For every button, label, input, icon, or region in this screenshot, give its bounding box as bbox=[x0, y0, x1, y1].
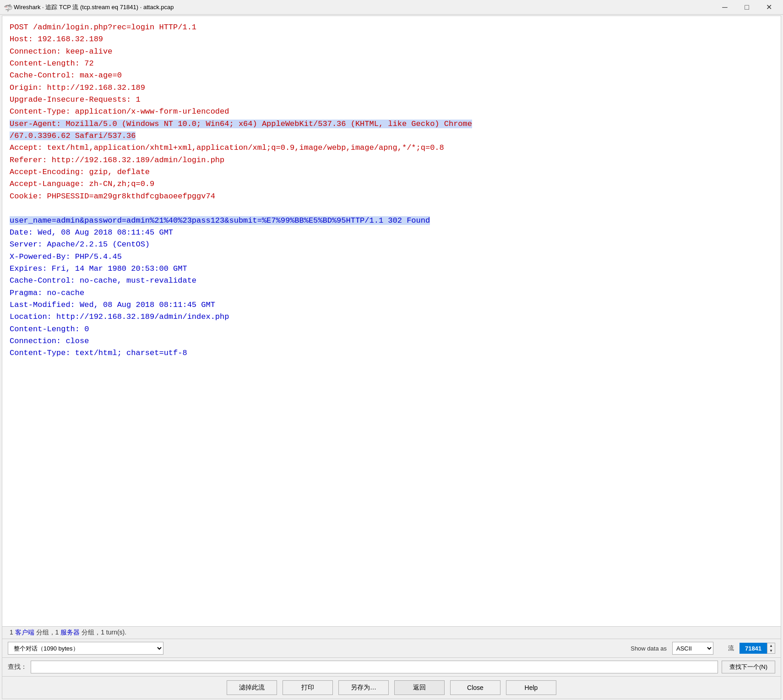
stream-line: Upgrade-Insecure-Requests: 1 bbox=[10, 95, 141, 104]
stream-line: Connection: keep-alive bbox=[10, 47, 112, 56]
stream-line: Content-Type: text/html; charset=utf-8 bbox=[10, 349, 187, 357]
stream-line: Pragma: no-cache bbox=[10, 289, 84, 297]
close-button[interactable]: ✕ bbox=[758, 0, 779, 15]
conversation-dropdown[interactable]: 整个对话（1090 bytes） bbox=[8, 642, 163, 655]
print-button[interactable]: 打印 bbox=[283, 680, 333, 695]
app-icon: 🦈 bbox=[4, 4, 11, 11]
title-bar-controls: ─ □ ✕ bbox=[714, 0, 779, 15]
maximize-button[interactable]: □ bbox=[736, 0, 757, 15]
stream-line: Accept: text/html,application/xhtml+xml,… bbox=[10, 143, 444, 152]
title-bar-left: 🦈 Wireshark · 追踪 TCP 流 (tcp.stream eq 71… bbox=[4, 3, 174, 11]
close-dialog-button[interactable]: Close bbox=[450, 680, 500, 695]
search-row: 查找： 查找下一个(N) bbox=[2, 657, 781, 676]
stream-line: X-Powered-By: PHP/5.4.45 bbox=[10, 252, 122, 261]
status-server: 服务器 bbox=[60, 629, 80, 636]
stream-spinner: ▲ ▼ bbox=[767, 643, 775, 654]
status-text-part1: 1 bbox=[10, 629, 15, 636]
stream-line: Host: 192.168.32.189 bbox=[10, 35, 103, 44]
search-label: 查找： bbox=[8, 663, 27, 671]
window-title: Wireshark · 追踪 TCP 流 (tcp.stream eq 7184… bbox=[14, 3, 174, 11]
conversation-dropdown-container: 整个对话（1090 bytes） bbox=[8, 642, 163, 655]
stream-line: Date: Wed, 08 Aug 2018 08:11:45 GMT bbox=[10, 228, 173, 237]
stream-line: Last-Modified: Wed, 08 Aug 2018 08:11:45… bbox=[10, 301, 215, 309]
stream-line: POST /admin/login.php?rec=login HTTP/1.1 bbox=[10, 23, 196, 32]
stream-line: Cache-Control: no-cache, must-revalidate bbox=[10, 276, 196, 285]
help-button[interactable]: Help bbox=[506, 680, 556, 695]
main-content: POST /admin/login.php?rec=login HTTP/1.1… bbox=[2, 16, 781, 699]
stream-up-button[interactable]: ▲ bbox=[767, 643, 775, 648]
stream-line: Cookie: PHPSESSID=am29gr8kthdfcgbaoeefpg… bbox=[10, 192, 215, 201]
show-data-select[interactable]: ASCII Hex C Arrays Raw bbox=[672, 642, 713, 655]
status-client: 客户端 bbox=[15, 629, 34, 636]
title-bar: 🦈 Wireshark · 追踪 TCP 流 (tcp.stream eq 71… bbox=[0, 0, 783, 15]
stream-line: Expires: Fri, 14 Mar 1980 20:53:00 GMT bbox=[10, 264, 187, 273]
stream-line: Location: http://192.168.32.189/admin/in… bbox=[10, 312, 229, 321]
search-next-button[interactable]: 查找下一个(N) bbox=[722, 661, 775, 673]
stream-line: Server: Apache/2.2.15 (CentOS) bbox=[10, 240, 150, 249]
search-input[interactable] bbox=[31, 661, 718, 673]
stream-input-container: 71841 ▲ ▼ bbox=[740, 643, 775, 654]
status-bar: 1 客户端 分组，1 服务器 分组，1 turn(s). bbox=[2, 626, 781, 639]
stream-line: Origin: http://192.168.32.189 bbox=[10, 83, 145, 92]
stream-line: User-Agent: Mozilla/5.0 (Windows NT 10.0… bbox=[10, 120, 472, 140]
back-button[interactable]: 返回 bbox=[394, 680, 445, 695]
stream-line: Content-Type: application/x-www-form-url… bbox=[10, 107, 229, 116]
stream-line: Accept-Encoding: gzip, deflate bbox=[10, 168, 150, 176]
stream-line: Content-Length: 72 bbox=[10, 59, 94, 68]
status-text-part3: 分组，1 turn(s). bbox=[80, 629, 126, 636]
stream-line: Content-Length: 0 bbox=[10, 325, 89, 334]
status-text-part2: 分组，1 bbox=[34, 629, 61, 636]
stream-area[interactable]: POST /admin/login.php?rec=login HTTP/1.1… bbox=[2, 16, 781, 626]
stream-line: Accept-Language: zh-CN,zh;q=0.9 bbox=[10, 180, 154, 188]
stream-line: Referer: http://192.168.32.189/admin/log… bbox=[10, 156, 224, 164]
stream-label: 流 bbox=[728, 644, 734, 652]
save-as-button[interactable]: 另存为… bbox=[338, 680, 389, 695]
button-row: 滤掉此流 打印 另存为… 返回 Close Help bbox=[2, 676, 781, 699]
show-data-label: Show data as bbox=[631, 645, 667, 652]
stream-line: user_name=admin&password=admin%21%40%23p… bbox=[10, 216, 430, 225]
filter-stream-button[interactable]: 滤掉此流 bbox=[227, 680, 277, 695]
stream-input[interactable]: 71841 bbox=[740, 643, 767, 654]
minimize-button[interactable]: ─ bbox=[714, 0, 735, 15]
stream-line: Connection: close bbox=[10, 337, 89, 345]
controls-row: 整个对话（1090 bytes） Show data as ASCII Hex … bbox=[2, 639, 781, 657]
stream-down-button[interactable]: ▼ bbox=[767, 648, 775, 653]
stream-line: Cache-Control: max-age=0 bbox=[10, 71, 122, 80]
